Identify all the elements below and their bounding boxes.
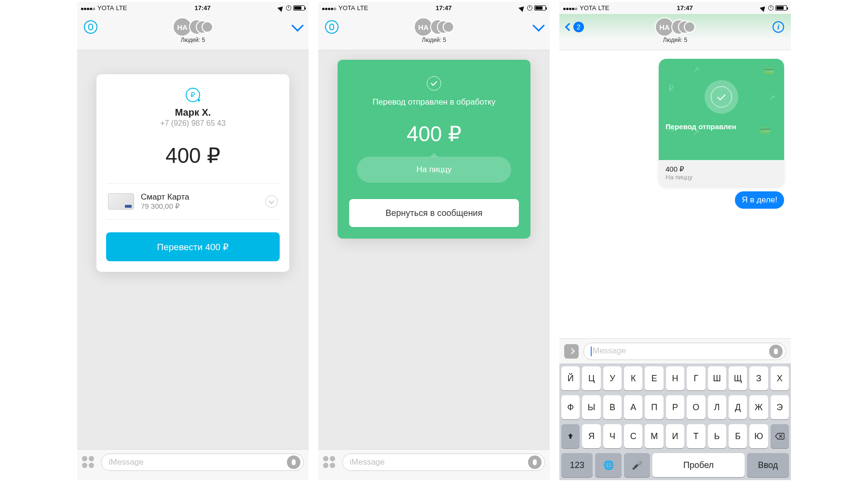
- key-123[interactable]: 123: [561, 453, 593, 477]
- message-input[interactable]: iMessage: [342, 454, 545, 471]
- battery-icon: [293, 5, 305, 11]
- location-icon: [518, 4, 526, 12]
- avatar-stack[interactable]: НА: [414, 16, 454, 38]
- transfer-message-card[interactable]: 💳 ↗ ₽ % ↗ 💳 ↗ Перевод отправлен 400 ₽ На…: [659, 59, 784, 187]
- location-icon: [277, 4, 285, 12]
- chat-area: 💳 ↗ ₽ % ↗ 💳 ↗ Перевод отправлен 400 ₽ На…: [559, 50, 791, 338]
- app-icon[interactable]: [325, 20, 339, 34]
- key-letter[interactable]: В: [603, 395, 622, 419]
- transfer-note: На пиццу: [357, 157, 511, 183]
- nav-bar: 2 НА Людей: 5 i: [559, 14, 791, 50]
- keyboard-row-1: ЙЦУКЕНГШЩЗХ: [561, 366, 789, 390]
- transfer-card: ₽ Марк Х. +7 (926) 987 65 43 400 ₽ Смарт…: [96, 74, 289, 272]
- user-message: Я в деле!: [735, 191, 784, 209]
- key-letter[interactable]: К: [624, 366, 642, 390]
- nav-bar: НА Людей: 5: [77, 14, 309, 50]
- key-letter[interactable]: Ч: [603, 424, 622, 448]
- apps-icon[interactable]: [323, 456, 338, 468]
- card-name: Смарт Карта: [141, 192, 265, 202]
- key-letter[interactable]: Ю: [749, 424, 768, 448]
- key-letter[interactable]: Щ: [729, 366, 747, 390]
- key-letter[interactable]: Д: [729, 395, 747, 419]
- keyboard-row-3: ЯЧСМИТЬБЮ: [561, 424, 789, 448]
- carrier: YOTA: [97, 4, 114, 12]
- expand-icon[interactable]: [564, 344, 579, 359]
- key-globe[interactable]: 🌐: [595, 453, 621, 477]
- chevron-down-icon[interactable]: [532, 19, 544, 31]
- key-letter[interactable]: З: [749, 366, 768, 390]
- message-input[interactable]: iMessage: [101, 454, 304, 471]
- key-letter[interactable]: Т: [687, 424, 705, 448]
- key-letter[interactable]: Ы: [582, 395, 600, 419]
- key-letter[interactable]: П: [645, 395, 663, 419]
- key-letter[interactable]: О: [687, 395, 705, 419]
- key-mic[interactable]: 🎤: [624, 453, 650, 477]
- transfer-button[interactable]: Перевести 400 ₽: [106, 232, 280, 261]
- chevron-down-icon[interactable]: [265, 195, 278, 208]
- source-card-row[interactable]: Смарт Карта 79 300,00 ₽: [106, 184, 280, 219]
- key-letter[interactable]: Ж: [749, 395, 768, 419]
- signal-dots: [322, 4, 337, 12]
- alarm-icon: [768, 5, 773, 11]
- key-letter[interactable]: Г: [687, 366, 705, 390]
- key-letter[interactable]: Я: [582, 424, 600, 448]
- phone-screen-3: YOTA LTE 17:47 2 НА Людей: 5 i: [559, 2, 791, 480]
- key-letter[interactable]: М: [645, 424, 663, 448]
- bubble-note: На пиццу: [665, 174, 777, 181]
- key-letter[interactable]: Ь: [708, 424, 726, 448]
- card-image: [108, 193, 134, 210]
- key-letter[interactable]: И: [666, 424, 684, 448]
- chevron-down-icon[interactable]: [291, 19, 303, 31]
- key-letter[interactable]: Е: [645, 366, 663, 390]
- key-letter[interactable]: Н: [666, 366, 684, 390]
- status-bar: YOTA LTE 17:47: [559, 2, 791, 14]
- key-shift[interactable]: [561, 424, 580, 448]
- key-letter[interactable]: Ш: [708, 366, 726, 390]
- avatar-stack[interactable]: НА: [173, 16, 213, 38]
- avatar-stack[interactable]: НА: [655, 16, 695, 38]
- status-bar: YOTA LTE 17:47: [318, 2, 550, 14]
- key-letter[interactable]: Р: [666, 395, 684, 419]
- success-amount: 400 ₽: [407, 121, 461, 146]
- people-count: Людей: 5: [181, 37, 205, 43]
- mic-icon[interactable]: [769, 345, 783, 358]
- key-backspace[interactable]: [771, 424, 789, 448]
- mic-icon[interactable]: [287, 455, 300, 469]
- return-button[interactable]: Вернуться в сообщения: [349, 199, 519, 227]
- battery-icon: [534, 5, 546, 11]
- key-space[interactable]: Пробел: [652, 453, 745, 477]
- compose-bar: iMessage: [77, 449, 309, 474]
- key-letter[interactable]: Х: [771, 366, 789, 390]
- location-icon: [760, 4, 767, 12]
- back-button[interactable]: 2: [566, 22, 584, 32]
- checkmark-icon: [705, 80, 738, 114]
- key-enter[interactable]: Ввод: [747, 453, 789, 477]
- success-status: Перевод отправлен в обработку: [373, 97, 496, 107]
- transfer-amount: 400 ₽: [165, 143, 220, 168]
- key-letter[interactable]: У: [603, 366, 622, 390]
- chevron-left-icon: [565, 23, 573, 31]
- keyboard-row-4: 123 🌐 🎤 Пробел Ввод: [561, 453, 789, 477]
- signal-dots: [81, 4, 95, 12]
- message-input[interactable]: Message: [583, 343, 786, 360]
- key-letter[interactable]: Э: [771, 395, 789, 419]
- status-bar: YOTA LTE 17:47: [77, 2, 309, 14]
- app-icon[interactable]: [84, 20, 97, 34]
- mic-icon[interactable]: [528, 455, 542, 469]
- status-time: 17:47: [195, 4, 211, 12]
- key-letter[interactable]: Ц: [582, 366, 600, 390]
- ruble-send-icon: ₽: [186, 88, 200, 102]
- compose-bar: Message: [559, 338, 791, 363]
- key-letter[interactable]: Ф: [561, 395, 580, 419]
- key-letter[interactable]: Л: [708, 395, 726, 419]
- keyboard: ЙЦУКЕНГШЩЗХ ФЫВАПРОЛДЖЭ ЯЧСМИТЬБЮ 123 🌐 …: [559, 363, 791, 480]
- card-balance: 79 300,00 ₽: [141, 202, 265, 211]
- key-letter[interactable]: Й: [561, 366, 580, 390]
- key-letter[interactable]: Б: [729, 424, 747, 448]
- network: LTE: [116, 4, 127, 12]
- info-icon[interactable]: i: [773, 21, 784, 33]
- key-letter[interactable]: С: [624, 424, 642, 448]
- phone-screen-1: YOTA LTE 17:47 НА Людей: 5 ₽ Марк Х. +7 …: [77, 2, 309, 480]
- key-letter[interactable]: А: [624, 395, 642, 419]
- apps-icon[interactable]: [82, 456, 96, 468]
